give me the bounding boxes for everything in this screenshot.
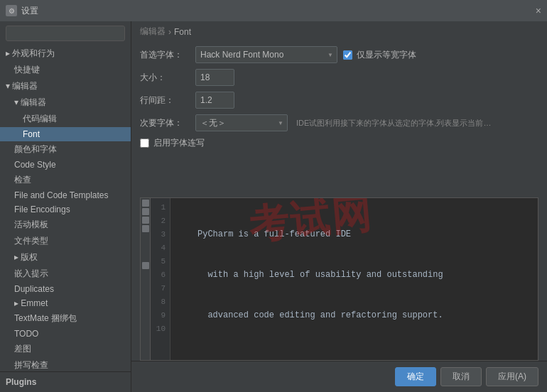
expand-arrow-emmet: ▸ [14, 298, 18, 308]
preview-area: 1 2 3 4 5 6 7 8 9 10 PyCharm is a full-f… [140, 197, 538, 361]
line-num-7: 7 [151, 282, 170, 295]
code-line-2: with a high level of usability and outst… [197, 268, 532, 282]
preview-code-content: PyCharm is a full-featured IDE with a hi… [192, 198, 538, 360]
main-content: ▸ 外观和行为 快捷键 ▾ 编辑器 ▾ 编辑器 [0, 21, 547, 392]
sidebar-items: ▸ 外观和行为 快捷键 ▾ 编辑器 ▾ 编辑器 [0, 45, 131, 371]
sidebar: ▸ 外观和行为 快捷键 ▾ 编辑器 ▾ 编辑器 [0, 21, 131, 392]
sidebar-item-file-types[interactable]: 文件类型 [0, 233, 131, 249]
preferred-font-select-wrapper[interactable]: Hack Nerd Font Mono [195, 46, 337, 63]
settings-window: ⚙ 设置 × ▸ 外观和行为 快捷键 [0, 0, 547, 392]
line-spacing-row: 行间距： [140, 92, 538, 109]
sidebar-item-emmet[interactable]: ▸ Emmet [0, 296, 131, 310]
line-num-3: 3 [151, 228, 170, 241]
main-panel: 编辑器 › Font 首选字体： Hack Nerd Font Mono [131, 21, 547, 392]
ligatures-row: 启用字体连写 [140, 137, 538, 149]
only-mono-label: 仅显示等宽字体 [357, 49, 416, 61]
app-icon: ⚙ [6, 5, 17, 16]
secondary-font-label: 次要字体： [140, 117, 190, 129]
sidebar-item-copyright[interactable]: ▸ 版权 [0, 249, 131, 266]
line-num-4: 4 [151, 241, 170, 255]
line-num-6: 6 [151, 268, 170, 282]
sidebar-item-editor-sub[interactable]: ▾ 编辑器 [0, 94, 131, 111]
preferred-font-row: 首选字体： Hack Nerd Font Mono 仅显示等宽字体 [140, 46, 538, 63]
size-label: 大小： [140, 72, 190, 84]
code-line-4 [197, 349, 532, 360]
breadcrumb-separator: › [168, 27, 171, 37]
line-num-2: 2 [151, 214, 170, 228]
sidebar-bottom: Plugins [0, 371, 131, 392]
secondary-font-select-wrapper[interactable]: ＜无＞ [195, 114, 288, 131]
sidebar-item-spell-check[interactable]: 拼写检查 [0, 357, 131, 371]
line-num-8: 8 [151, 295, 170, 309]
secondary-font-select[interactable]: ＜无＞ [195, 114, 288, 131]
secondary-font-note: IDE试图利用接下来的字体从选定的字体,列表显示当前字体象征如果未能显 [296, 118, 495, 129]
size-row: 大小： [140, 69, 538, 86]
line-numbers: 1 2 3 4 5 6 7 8 9 10 [151, 198, 170, 360]
only-mono-checkbox-row[interactable]: 仅显示等宽字体 [343, 49, 416, 61]
preview-side-btn-3[interactable] [142, 217, 149, 224]
breadcrumb-parent: 编辑器 [140, 26, 166, 38]
sidebar-item-code-style[interactable]: Code Style [0, 158, 131, 172]
search-box[interactable] [6, 26, 125, 41]
preview-side-btn-4[interactable] [142, 225, 149, 232]
sidebar-item-duplicates[interactable]: Duplicates [0, 282, 131, 296]
line-num-10: 10 [151, 322, 170, 336]
preferred-font-label: 首选字体： [140, 49, 190, 61]
preview-side-btn-2[interactable] [142, 208, 149, 215]
sidebar-item-file-encodings[interactable]: File Encodings [0, 202, 131, 217]
line-spacing-label: 行间距： [140, 94, 190, 107]
preview-side-btn-1[interactable] [142, 200, 149, 207]
sidebar-item-shortcuts[interactable]: 快捷键 [0, 62, 131, 78]
ligatures-checkbox[interactable] [140, 138, 149, 148]
close-button[interactable]: × [536, 5, 541, 16]
secondary-font-row: 次要字体： ＜无＞ IDE试图利用接下来的字体从选定的字体,列表显示当前字体象征… [140, 114, 538, 131]
breadcrumb: 编辑器 › Font [131, 21, 547, 40]
expand-arrow-copyright: ▸ [14, 252, 18, 262]
sidebar-item-font[interactable]: Font [0, 127, 131, 141]
window-title: 设置 [21, 5, 531, 17]
settings-content: 首选字体： Hack Nerd Font Mono 仅显示等宽字体 大小： [131, 40, 547, 193]
code-line-3: advanced code editing and refactoring su… [197, 309, 532, 322]
sidebar-item-textmate[interactable]: TextMate 捆绑包 [0, 310, 131, 327]
preferred-font-select[interactable]: Hack Nerd Font Mono [195, 46, 337, 63]
search-input[interactable] [11, 28, 120, 38]
title-bar: ⚙ 设置 × [0, 0, 547, 21]
expand-arrow-appearance: ▸ [6, 48, 10, 58]
preview-code-area: 1 2 3 4 5 6 7 8 9 10 PyCharm is a full-f… [151, 198, 538, 360]
sidebar-item-color-font[interactable]: 颜色和字体 [0, 141, 131, 158]
expand-arrow-editor: ▾ [6, 81, 10, 91]
sidebar-item-plugins[interactable]: Plugins [0, 375, 131, 389]
sidebar-item-emb-hints[interactable]: 嵌入提示 [0, 266, 131, 282]
sidebar-item-diagrams[interactable]: 差图 [0, 341, 131, 357]
code-line-1: PyCharm is a full-featured IDE [197, 228, 532, 241]
sidebar-item-file-code-templates[interactable]: File and Code Templates [0, 188, 131, 202]
sidebar-item-editor-section[interactable]: ▾ 编辑器 [0, 78, 131, 94]
apply-button[interactable]: 应用(A) [486, 367, 538, 386]
breadcrumb-current: Font [174, 27, 191, 37]
sidebar-item-todo[interactable]: TODO [0, 327, 131, 341]
line-num-9: 9 [151, 309, 170, 322]
sidebar-item-appearance[interactable]: ▸ 外观和行为 [0, 45, 131, 62]
expand-arrow-editor-sub: ▾ [14, 97, 18, 107]
sidebar-item-live-templates[interactable]: 活动模板 [0, 217, 131, 233]
cancel-button[interactable]: 取消 [440, 367, 482, 386]
line-spacing-input[interactable] [195, 92, 234, 109]
line-num-5: 5 [151, 255, 170, 268]
ok-button[interactable]: 确定 [395, 367, 436, 386]
line-num-1: 1 [151, 201, 170, 214]
preview-side-btn-5[interactable] [142, 262, 149, 269]
bottom-bar: 确定 取消 应用(A) [131, 361, 547, 392]
sidebar-item-code-edit[interactable]: 代码编辑 [0, 111, 131, 127]
size-input[interactable] [195, 69, 234, 86]
sidebar-item-inspection[interactable]: 检查 [0, 172, 131, 188]
only-mono-checkbox[interactable] [343, 50, 352, 60]
ligatures-label: 启用字体连写 [153, 137, 205, 149]
